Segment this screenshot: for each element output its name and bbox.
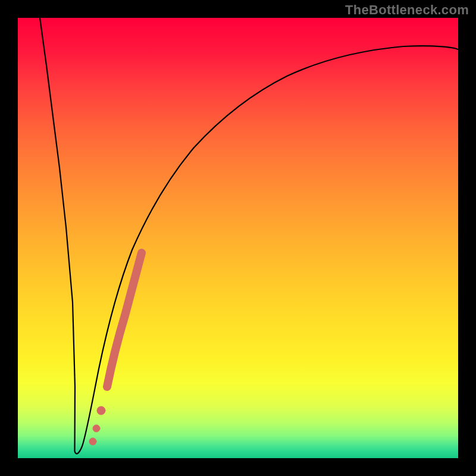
- curve-layer: [18, 18, 458, 458]
- svg-point-2: [89, 438, 96, 445]
- highlight-markers: [89, 253, 142, 445]
- watermark-text: TheBottleneck.com: [345, 2, 469, 18]
- chart-frame: TheBottleneck.com: [0, 0, 476, 476]
- svg-point-0: [97, 406, 105, 415]
- gradient-plot-area: [18, 18, 458, 458]
- svg-point-1: [93, 425, 100, 432]
- bottleneck-curve: [40, 18, 458, 454]
